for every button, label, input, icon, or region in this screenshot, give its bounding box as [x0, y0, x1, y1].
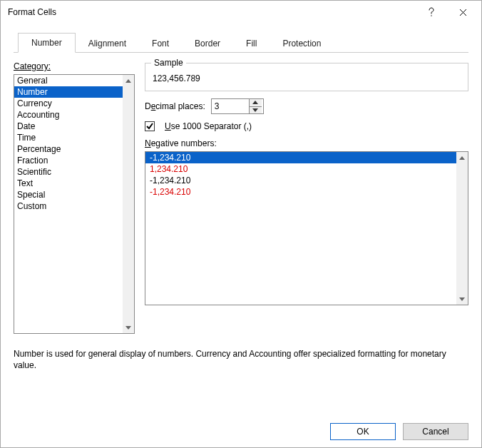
tab-protection[interactable]: Protection	[270, 34, 334, 53]
decimal-row: Decimal places:	[145, 98, 468, 114]
ok-button[interactable]: OK	[330, 423, 396, 440]
tab-font[interactable]: Font	[139, 34, 182, 53]
sample-value: 123,456.789	[153, 73, 461, 83]
separator-checkbox[interactable]	[145, 121, 155, 131]
category-item-general[interactable]: General	[14, 75, 123, 86]
category-item-time[interactable]: Time	[14, 132, 123, 143]
separator-label: Use 1000 Separator (,)	[165, 121, 252, 131]
tab-alignment[interactable]: Alignment	[76, 34, 139, 53]
negative-label-post: egative numbers:	[151, 138, 217, 148]
negative-item-2[interactable]: -1,234.210	[145, 175, 456, 186]
negative-label: Negative numbers:	[145, 138, 468, 148]
negative-item-1[interactable]: 1,234.210	[145, 163, 456, 175]
category-column: Category: General Number Currency Accoun…	[14, 61, 135, 334]
decimal-label-pre: D	[145, 101, 151, 111]
separator-row: Use 1000 Separator (,)	[145, 121, 468, 131]
category-item-fraction[interactable]: Fraction	[14, 155, 123, 166]
close-button[interactable]	[447, 2, 478, 22]
sample-legend: Sample	[151, 58, 186, 68]
sample-fieldset: Sample 123,456.789	[145, 63, 468, 91]
separator-label-u: U	[165, 121, 171, 131]
category-item-accounting[interactable]: Accounting	[14, 109, 123, 121]
scroll-down-icon[interactable]	[456, 293, 468, 305]
category-item-date[interactable]: Date	[14, 121, 123, 132]
category-item-percentage[interactable]: Percentage	[14, 143, 123, 155]
negative-item-3[interactable]: -1,234.210	[145, 186, 456, 198]
scroll-up-icon[interactable]	[456, 152, 468, 163]
category-item-number[interactable]: Number	[14, 86, 123, 98]
svg-point-0	[431, 15, 431, 16]
category-scrollbar[interactable]	[123, 75, 134, 333]
category-item-scientific[interactable]: Scientific	[14, 166, 123, 178]
format-cells-dialog: Format Cells Number Alignment Font Borde…	[0, 0, 482, 448]
negative-item-0[interactable]: -1,234.210	[145, 152, 456, 163]
checkmark-icon	[146, 123, 153, 130]
separator-label-post: se 1000 Separator (,)	[171, 121, 252, 131]
dialog-body: Number Alignment Font Border Fill Protec…	[1, 24, 481, 447]
tab-fill[interactable]: Fill	[233, 34, 270, 53]
content-columns: Category: General Number Currency Accoun…	[14, 61, 468, 334]
decimal-label-post: cimal places:	[155, 101, 205, 111]
tab-border[interactable]: Border	[182, 34, 233, 53]
options-column: Sample 123,456.789 Decimal places:	[145, 61, 468, 334]
negative-label-u: N	[145, 138, 151, 148]
negative-listbox[interactable]: -1,234.210 1,234.210 -1,234.210 -1,234.2…	[145, 151, 468, 305]
scroll-down-icon[interactable]	[123, 322, 134, 333]
category-item-custom[interactable]: Custom	[14, 200, 123, 212]
category-item-text[interactable]: Text	[14, 178, 123, 189]
decimal-spin-down[interactable]	[250, 106, 262, 114]
decimal-input[interactable]	[212, 99, 249, 113]
negative-scrollbar[interactable]	[456, 152, 468, 305]
button-row: OK Cancel	[14, 419, 468, 440]
tab-number[interactable]: Number	[18, 33, 76, 53]
category-item-currency[interactable]: Currency	[14, 98, 123, 109]
decimal-stepper[interactable]	[211, 98, 264, 114]
category-item-special[interactable]: Special	[14, 189, 123, 200]
decimal-label: Decimal places:	[145, 101, 205, 111]
description-text: Number is used for general display of nu…	[14, 348, 468, 419]
window-title: Format Cells	[8, 7, 416, 17]
decimal-spin-up[interactable]	[250, 99, 262, 106]
category-items: General Number Currency Accounting Date …	[14, 75, 123, 333]
titlebar: Format Cells	[1, 1, 481, 24]
scroll-up-icon[interactable]	[123, 75, 134, 86]
help-button[interactable]	[416, 2, 447, 22]
tab-strip: Number Alignment Font Border Fill Protec…	[14, 32, 468, 53]
category-listbox[interactable]: General Number Currency Accounting Date …	[14, 74, 135, 334]
category-label: Category:	[14, 61, 135, 71]
category-label-text: Category:	[14, 61, 51, 71]
cancel-button[interactable]: Cancel	[403, 423, 468, 440]
negative-items: -1,234.210 1,234.210 -1,234.210 -1,234.2…	[145, 152, 456, 305]
decimal-spin-buttons	[249, 99, 262, 113]
